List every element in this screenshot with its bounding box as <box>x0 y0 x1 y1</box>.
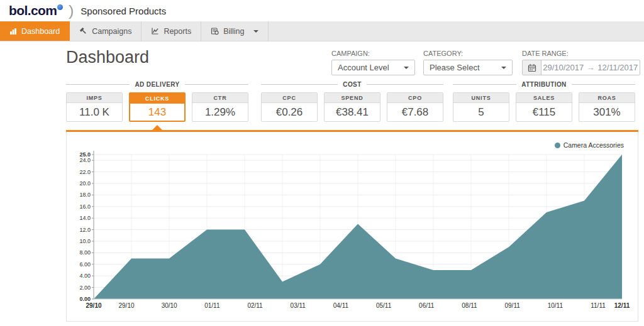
metric-value: 1.29% <box>192 103 248 122</box>
svg-text:25.0: 25.0 <box>79 151 91 158</box>
dashboard-icon <box>9 28 17 35</box>
nav-tab-dashboard[interactable]: Dashboard <box>0 21 70 41</box>
campaign-select[interactable]: Account Level <box>331 60 415 75</box>
chevron-down-icon <box>501 67 506 69</box>
reports-icon <box>151 27 159 35</box>
metric-value: €0.26 <box>262 103 317 122</box>
date-range-label: DATE RANGE: <box>522 50 640 57</box>
chevron-down-icon <box>253 30 258 33</box>
metric-tile-ctr[interactable]: CTR 1.29% <box>192 92 248 122</box>
svg-text:04/11: 04/11 <box>333 302 349 309</box>
category-select-value: Please Select <box>430 63 480 72</box>
svg-text:0.00: 0.00 <box>79 296 91 302</box>
metric-tile-cpo[interactable]: CPO €7.68 <box>387 92 443 122</box>
start-date-field[interactable]: 29/10/2017 <box>541 63 586 72</box>
nav-tab-label: Billing <box>223 27 244 36</box>
metric-tile-cpc[interactable]: CPC €0.26 <box>261 92 318 122</box>
group-title: COST <box>261 81 443 88</box>
main-nav: Dashboard Campaigns Reports Billing <box>0 21 644 41</box>
svg-text:08/11: 08/11 <box>462 302 477 309</box>
nav-tab-campaigns[interactable]: Campaigns <box>70 21 142 41</box>
chart-legend[interactable]: Camera Accessories <box>555 141 624 149</box>
globe-icon <box>57 4 63 10</box>
date-range-filter: DATE RANGE: 29/10/2017 → 12/11/2017 <box>522 50 640 75</box>
svg-text:10.0: 10.0 <box>79 238 91 244</box>
nav-tab-label: Campaigns <box>92 27 131 36</box>
metric-value: 5 <box>453 103 509 122</box>
calendar-icon <box>528 63 536 72</box>
app-title: Sponsored Products <box>80 6 166 16</box>
metric-label: CTR <box>192 93 248 103</box>
svg-text:05/11: 05/11 <box>376 302 392 309</box>
metric-label: CLICKS <box>130 94 184 104</box>
metric-group-ad-delivery: AD DELIVERY IMPS 11.0 K CLICKS 143 CTR 1… <box>66 81 248 122</box>
svg-text:03/11: 03/11 <box>291 302 306 309</box>
metric-group-cost: COST CPC €0.26 SPEND €38.41 CPO €7.68 <box>261 81 443 122</box>
svg-text:02/11: 02/11 <box>247 302 263 309</box>
svg-text:10/11: 10/11 <box>548 302 564 309</box>
metric-tile-sales[interactable]: SALES €115 <box>516 92 572 122</box>
category-select[interactable]: Please Select <box>423 60 513 75</box>
group-title: AD DELIVERY <box>66 81 248 88</box>
svg-text:2.00: 2.00 <box>79 285 91 291</box>
nav-tab-label: Dashboard <box>21 27 60 36</box>
svg-text:16.0: 16.0 <box>79 204 91 210</box>
logo-text: bol.com <box>9 1 57 20</box>
bol-logo[interactable]: bol.com <box>9 1 63 20</box>
svg-text:12.0: 12.0 <box>79 227 91 233</box>
metric-value: €7.68 <box>387 103 443 122</box>
range-arrow-icon: → <box>586 63 596 72</box>
nav-tab-label: Reports <box>164 27 191 36</box>
area-chart-svg: 0.002.004.006.008.0010.012.014.016.018.0… <box>67 132 638 320</box>
svg-text:8.00: 8.00 <box>79 249 91 256</box>
page-title: Dashboard <box>66 48 149 67</box>
metric-label: UNITS <box>453 93 509 103</box>
selected-metric-caret-icon <box>152 125 162 130</box>
metric-label: IMPS <box>67 93 122 103</box>
metric-label: ROAS <box>579 93 635 103</box>
svg-text:6.00: 6.00 <box>79 261 91 268</box>
metric-label: SALES <box>516 93 572 103</box>
svg-text:11/11: 11/11 <box>591 302 606 309</box>
svg-text:29/10: 29/10 <box>86 302 101 309</box>
metric-label: SPEND <box>325 93 380 103</box>
svg-text:09/11: 09/11 <box>504 302 520 309</box>
campaign-filter: CAMPAIGN: Account Level <box>331 50 415 75</box>
svg-text:06/11: 06/11 <box>419 302 435 309</box>
campaigns-icon <box>79 27 87 35</box>
svg-text:01/11: 01/11 <box>204 302 220 309</box>
metric-label: CPO <box>387 93 443 103</box>
chevron-down-icon <box>404 67 409 69</box>
nav-tab-billing[interactable]: Billing <box>201 21 268 41</box>
metric-value: €115 <box>516 103 572 122</box>
logo-separator: ) <box>69 1 74 20</box>
metric-tile-units[interactable]: UNITS 5 <box>453 92 509 122</box>
metric-tile-clicks[interactable]: CLICKS 143 <box>129 92 186 122</box>
campaign-select-value: Account Level <box>338 63 389 72</box>
category-filter-label: CATEGORY: <box>423 50 513 57</box>
metric-tile-roas[interactable]: ROAS 301% <box>579 92 635 122</box>
date-range-picker: 29/10/2017 → 12/11/2017 <box>522 60 640 75</box>
svg-text:12/11: 12/11 <box>614 302 630 309</box>
end-date-field[interactable]: 12/11/2017 <box>596 63 640 72</box>
legend-dot-icon <box>555 143 560 148</box>
legend-series-label: Camera Accessories <box>564 141 624 149</box>
metric-value: 11.0 K <box>67 103 122 122</box>
topbar: bol.com ) Sponsored Products <box>0 0 644 21</box>
category-filter: CATEGORY: Please Select <box>423 50 513 75</box>
svg-text:22.0: 22.0 <box>79 169 91 175</box>
metric-label: CPC <box>262 93 317 103</box>
clicks-chart-panel: 0.002.004.006.008.0010.012.014.016.018.0… <box>66 132 638 322</box>
campaign-filter-label: CAMPAIGN: <box>331 50 415 57</box>
metric-value: 143 <box>130 104 184 121</box>
billing-icon <box>211 27 219 35</box>
metric-tile-imps[interactable]: IMPS 11.0 K <box>66 92 123 122</box>
metric-value: 301% <box>579 103 635 122</box>
svg-text:24.0: 24.0 <box>79 157 91 163</box>
calendar-button[interactable] <box>523 60 541 75</box>
svg-text:29/10: 29/10 <box>118 302 134 309</box>
metric-tile-spend[interactable]: SPEND €38.41 <box>324 92 380 122</box>
svg-text:14.0: 14.0 <box>79 215 91 221</box>
nav-tab-reports[interactable]: Reports <box>142 21 201 41</box>
group-title: ATTRIBUTION <box>453 81 635 88</box>
